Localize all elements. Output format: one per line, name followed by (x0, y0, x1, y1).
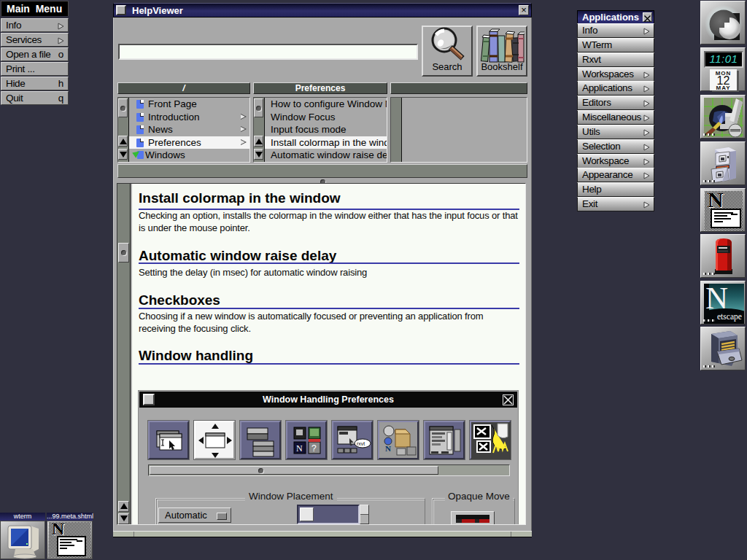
svg-text:?: ? (311, 443, 317, 454)
svg-text:N: N (385, 444, 391, 453)
svg-text:rxvt: rxvt (357, 441, 365, 446)
svg-text:N: N (296, 443, 303, 454)
